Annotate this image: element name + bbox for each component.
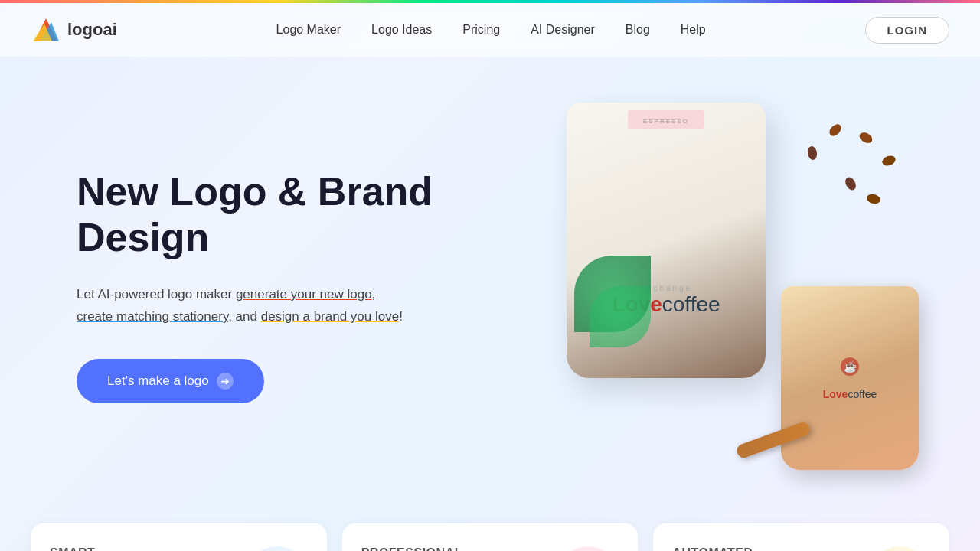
feature-card-smart: SMART AI engine that not only understand… [31, 523, 327, 551]
coffee-bean-3 [843, 175, 858, 192]
hero-link-stationery[interactable]: create matching stationery [77, 309, 228, 324]
bag-coffee-text: coffee [662, 292, 720, 316]
logo-icon [31, 15, 61, 45]
feature-smart-icon-area [247, 546, 308, 551]
feature-automated-title: AUTOMATED [672, 546, 858, 551]
cta-arrow-icon: ➜ [217, 373, 234, 390]
cta-button[interactable]: Let's make a logo ➜ [77, 359, 264, 403]
cup-label: ☕ Lovecoffee [808, 340, 893, 416]
feature-professional-text: PROFESSIONAL Like a professional designe… [361, 546, 558, 551]
coffee-bag-image: ESPRESSO Exchange Lovecoffee [567, 103, 766, 378]
features-section: SMART AI engine that not only understand… [0, 508, 980, 551]
bag-leaf-2 [590, 286, 651, 347]
hero-title: New Logo & Brand Design [77, 169, 521, 261]
coffee-bean-2 [880, 154, 897, 167]
feature-smart-text: SMART AI engine that not only understand… [50, 546, 247, 551]
logo-link[interactable]: logoai [31, 15, 117, 45]
nav-blog[interactable]: Blog [626, 23, 650, 37]
nav-help[interactable]: Help [681, 23, 706, 37]
hero-images: ESPRESSO Exchange Lovecoffee ☕ [521, 103, 919, 470]
feature-card-professional: PROFESSIONAL Like a professional designe… [342, 523, 639, 551]
hero-subtitle-part1: Let AI-powered logo maker [77, 287, 236, 302]
hero-link-brand[interactable]: design a brand you love [261, 309, 400, 324]
hero-subtitle: Let AI-powered logo maker generate your … [77, 284, 521, 328]
coffee-bean-4 [827, 122, 843, 138]
nav-logo-ideas[interactable]: Logo Ideas [371, 23, 432, 37]
cta-label: Let's make a logo [107, 373, 209, 389]
login-button[interactable]: LOGIN [865, 17, 950, 44]
coffee-bean-1 [858, 130, 874, 145]
cup-coffee-text: coffee [848, 388, 877, 400]
hero-section: New Logo & Brand Design Let AI-powered l… [0, 57, 980, 500]
nav-ai-designer[interactable]: AI Designer [531, 23, 595, 37]
cup-love-text: Love [823, 388, 848, 400]
hero-content: New Logo & Brand Design Let AI-powered l… [77, 169, 521, 403]
coffee-cup-image: ☕ Lovecoffee [781, 286, 919, 470]
hero-subtitle-comma: , [372, 287, 376, 302]
feature-automated-text: AUTOMATED From matching identities to on… [672, 546, 869, 551]
feature-professional-icon-area [557, 546, 619, 551]
coffee-bean-6 [807, 145, 818, 161]
feature-card-automated: AUTOMATED From matching identities to on… [653, 523, 949, 551]
coffee-beans-decoration [766, 118, 919, 271]
bag-header-strip: ESPRESSO [628, 110, 704, 129]
coffee-bag-inner: ESPRESSO Exchange Lovecoffee [567, 103, 766, 378]
feature-professional-title: PROFESSIONAL [361, 546, 547, 551]
feature-smart-title: SMART [50, 546, 235, 551]
logo-text: logoai [67, 20, 117, 40]
hero-subtitle-and: , and [228, 309, 261, 324]
cup-coffee-icon: ☕ [823, 355, 877, 381]
bag-espresso-label: ESPRESSO [643, 118, 689, 125]
main-nav: Logo Maker Logo Ideas Pricing AI Designe… [276, 23, 706, 37]
hero-subtitle-exclaim: ! [399, 309, 403, 324]
hero-link-generate[interactable]: generate your new logo [236, 287, 372, 302]
nav-logo-maker[interactable]: Logo Maker [276, 23, 341, 37]
header: logoai Logo Maker Logo Ideas Pricing AI … [0, 3, 980, 57]
svg-text:☕: ☕ [843, 360, 857, 373]
coffee-bean-5 [866, 193, 881, 205]
nav-pricing[interactable]: Pricing [462, 23, 500, 37]
feature-automated-icon-area [869, 546, 930, 551]
